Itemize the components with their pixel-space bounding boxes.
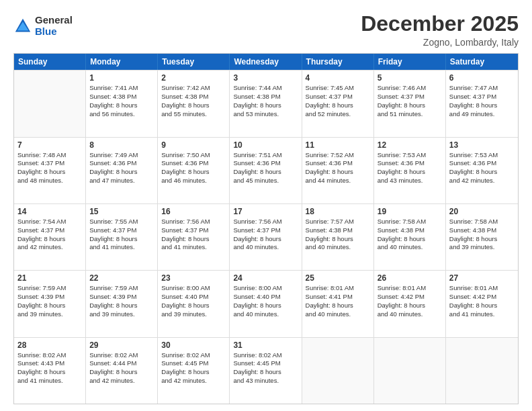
header-day-sunday: Sunday bbox=[14, 54, 86, 70]
day-number: 12 bbox=[378, 140, 442, 150]
cell-text: Sunrise: 7:53 AMSunset: 4:36 PMDaylight:… bbox=[378, 151, 442, 185]
day-number: 24 bbox=[233, 273, 298, 283]
day-cell-30: 30Sunrise: 8:02 AMSunset: 4:45 PMDayligh… bbox=[158, 338, 230, 404]
cell-text: Sunrise: 7:53 AMSunset: 4:36 PMDaylight:… bbox=[449, 151, 515, 185]
cell-text: Sunrise: 7:56 AMSunset: 4:37 PMDaylight:… bbox=[233, 218, 298, 252]
calendar-body: 1Sunrise: 7:41 AMSunset: 4:38 PMDaylight… bbox=[14, 70, 518, 404]
day-cell-23: 23Sunrise: 8:00 AMSunset: 4:40 PMDayligh… bbox=[158, 271, 230, 336]
cell-text: Sunrise: 7:58 AMSunset: 4:38 PMDaylight:… bbox=[378, 218, 442, 252]
logo-general: General bbox=[35, 15, 73, 26]
day-cell-3: 3Sunrise: 7:44 AMSunset: 4:38 PMDaylight… bbox=[230, 71, 302, 136]
day-cell-21: 21Sunrise: 7:59 AMSunset: 4:39 PMDayligh… bbox=[14, 271, 86, 336]
cell-text: Sunrise: 7:45 AMSunset: 4:37 PMDaylight:… bbox=[306, 84, 370, 118]
day-cell-2: 2Sunrise: 7:42 AMSunset: 4:38 PMDaylight… bbox=[158, 71, 230, 136]
cell-text: Sunrise: 8:02 AMSunset: 4:45 PMDaylight:… bbox=[233, 351, 298, 385]
calendar-week-3: 14Sunrise: 7:54 AMSunset: 4:37 PMDayligh… bbox=[14, 203, 518, 270]
day-number: 2 bbox=[161, 73, 226, 83]
day-number: 13 bbox=[449, 140, 515, 150]
empty-cell bbox=[446, 338, 518, 404]
day-number: 17 bbox=[233, 207, 298, 216]
day-number: 19 bbox=[378, 207, 442, 216]
day-cell-15: 15Sunrise: 7:55 AMSunset: 4:37 PMDayligh… bbox=[86, 204, 158, 270]
day-number: 31 bbox=[233, 340, 298, 350]
day-number: 11 bbox=[306, 140, 370, 150]
day-cell-10: 10Sunrise: 7:51 AMSunset: 4:36 PMDayligh… bbox=[230, 138, 302, 203]
empty-cell bbox=[374, 338, 446, 404]
page: General Blue December 2025 Zogno, Lombar… bbox=[0, 0, 532, 411]
header-day-saturday: Saturday bbox=[446, 54, 518, 70]
cell-text: Sunrise: 7:44 AMSunset: 4:38 PMDaylight:… bbox=[233, 84, 298, 118]
day-cell-5: 5Sunrise: 7:46 AMSunset: 4:37 PMDaylight… bbox=[374, 71, 446, 136]
day-cell-1: 1Sunrise: 7:41 AMSunset: 4:38 PMDaylight… bbox=[86, 71, 158, 136]
cell-text: Sunrise: 8:01 AMSunset: 4:42 PMDaylight:… bbox=[378, 284, 442, 318]
day-cell-22: 22Sunrise: 7:59 AMSunset: 4:39 PMDayligh… bbox=[86, 271, 158, 336]
logo: General Blue bbox=[13, 15, 73, 37]
header-day-wednesday: Wednesday bbox=[230, 54, 302, 70]
day-number: 26 bbox=[378, 273, 442, 283]
day-cell-13: 13Sunrise: 7:53 AMSunset: 4:36 PMDayligh… bbox=[446, 138, 518, 203]
cell-text: Sunrise: 7:55 AMSunset: 4:37 PMDaylight:… bbox=[89, 218, 154, 252]
cell-text: Sunrise: 7:42 AMSunset: 4:38 PMDaylight:… bbox=[161, 84, 226, 118]
cell-text: Sunrise: 7:49 AMSunset: 4:36 PMDaylight:… bbox=[89, 151, 154, 185]
calendar-week-5: 28Sunrise: 8:02 AMSunset: 4:43 PMDayligh… bbox=[14, 337, 518, 404]
header-day-thursday: Thursday bbox=[302, 54, 374, 70]
empty-cell bbox=[14, 71, 86, 136]
logo-blue: Blue bbox=[35, 26, 73, 38]
cell-text: Sunrise: 8:02 AMSunset: 4:43 PMDaylight:… bbox=[17, 351, 82, 385]
header-day-monday: Monday bbox=[86, 54, 158, 70]
logo-icon bbox=[13, 17, 32, 36]
day-number: 22 bbox=[89, 273, 154, 283]
month-title: December 2025 bbox=[361, 12, 519, 36]
cell-text: Sunrise: 8:00 AMSunset: 4:40 PMDaylight:… bbox=[233, 284, 298, 318]
cell-text: Sunrise: 7:47 AMSunset: 4:37 PMDaylight:… bbox=[449, 84, 515, 118]
cell-text: Sunrise: 7:50 AMSunset: 4:36 PMDaylight:… bbox=[161, 151, 226, 185]
cell-text: Sunrise: 7:41 AMSunset: 4:38 PMDaylight:… bbox=[89, 84, 154, 118]
day-cell-11: 11Sunrise: 7:52 AMSunset: 4:36 PMDayligh… bbox=[302, 138, 374, 203]
day-cell-17: 17Sunrise: 7:56 AMSunset: 4:37 PMDayligh… bbox=[230, 204, 302, 270]
day-number: 3 bbox=[233, 73, 298, 83]
day-number: 6 bbox=[449, 73, 515, 83]
day-cell-28: 28Sunrise: 8:02 AMSunset: 4:43 PMDayligh… bbox=[14, 338, 86, 404]
day-cell-18: 18Sunrise: 7:57 AMSunset: 4:38 PMDayligh… bbox=[302, 204, 374, 270]
day-number: 27 bbox=[449, 273, 515, 283]
day-cell-29: 29Sunrise: 8:02 AMSunset: 4:44 PMDayligh… bbox=[86, 338, 158, 404]
header: General Blue December 2025 Zogno, Lombar… bbox=[13, 12, 519, 48]
cell-text: Sunrise: 7:59 AMSunset: 4:39 PMDaylight:… bbox=[89, 284, 154, 318]
day-cell-14: 14Sunrise: 7:54 AMSunset: 4:37 PMDayligh… bbox=[14, 204, 86, 270]
cell-text: Sunrise: 7:58 AMSunset: 4:38 PMDaylight:… bbox=[449, 218, 515, 252]
day-number: 10 bbox=[233, 140, 298, 150]
calendar-header-row: SundayMondayTuesdayWednesdayThursdayFrid… bbox=[14, 54, 518, 70]
cell-text: Sunrise: 8:02 AMSunset: 4:45 PMDaylight:… bbox=[161, 351, 226, 385]
cell-text: Sunrise: 7:57 AMSunset: 4:38 PMDaylight:… bbox=[306, 218, 370, 252]
calendar-week-1: 1Sunrise: 7:41 AMSunset: 4:38 PMDaylight… bbox=[14, 70, 518, 136]
header-day-friday: Friday bbox=[374, 54, 446, 70]
day-cell-24: 24Sunrise: 8:00 AMSunset: 4:40 PMDayligh… bbox=[230, 271, 302, 336]
cell-text: Sunrise: 7:59 AMSunset: 4:39 PMDaylight:… bbox=[17, 284, 82, 318]
header-day-tuesday: Tuesday bbox=[158, 54, 230, 70]
day-cell-12: 12Sunrise: 7:53 AMSunset: 4:36 PMDayligh… bbox=[374, 138, 446, 203]
location: Zogno, Lombardy, Italy bbox=[361, 37, 519, 48]
day-cell-20: 20Sunrise: 7:58 AMSunset: 4:38 PMDayligh… bbox=[446, 204, 518, 270]
cell-text: Sunrise: 8:00 AMSunset: 4:40 PMDaylight:… bbox=[161, 284, 226, 318]
empty-cell bbox=[302, 338, 374, 404]
day-number: 4 bbox=[306, 73, 370, 83]
day-cell-6: 6Sunrise: 7:47 AMSunset: 4:37 PMDaylight… bbox=[446, 71, 518, 136]
day-number: 16 bbox=[161, 207, 226, 216]
day-cell-27: 27Sunrise: 8:01 AMSunset: 4:42 PMDayligh… bbox=[446, 271, 518, 336]
day-cell-31: 31Sunrise: 8:02 AMSunset: 4:45 PMDayligh… bbox=[230, 338, 302, 404]
title-block: December 2025 Zogno, Lombardy, Italy bbox=[361, 12, 519, 48]
cell-text: Sunrise: 7:56 AMSunset: 4:37 PMDaylight:… bbox=[161, 218, 226, 252]
day-number: 30 bbox=[161, 340, 226, 350]
day-number: 8 bbox=[89, 140, 154, 150]
day-number: 21 bbox=[17, 273, 82, 283]
day-cell-26: 26Sunrise: 8:01 AMSunset: 4:42 PMDayligh… bbox=[374, 271, 446, 336]
day-cell-25: 25Sunrise: 8:01 AMSunset: 4:41 PMDayligh… bbox=[302, 271, 374, 336]
calendar: SundayMondayTuesdayWednesdayThursdayFrid… bbox=[13, 53, 519, 404]
day-number: 28 bbox=[17, 340, 82, 350]
cell-text: Sunrise: 7:54 AMSunset: 4:37 PMDaylight:… bbox=[17, 218, 82, 252]
cell-text: Sunrise: 7:46 AMSunset: 4:37 PMDaylight:… bbox=[378, 84, 442, 118]
day-number: 20 bbox=[449, 207, 515, 216]
calendar-week-4: 21Sunrise: 7:59 AMSunset: 4:39 PMDayligh… bbox=[14, 270, 518, 336]
day-number: 29 bbox=[89, 340, 154, 350]
day-number: 18 bbox=[306, 207, 370, 216]
